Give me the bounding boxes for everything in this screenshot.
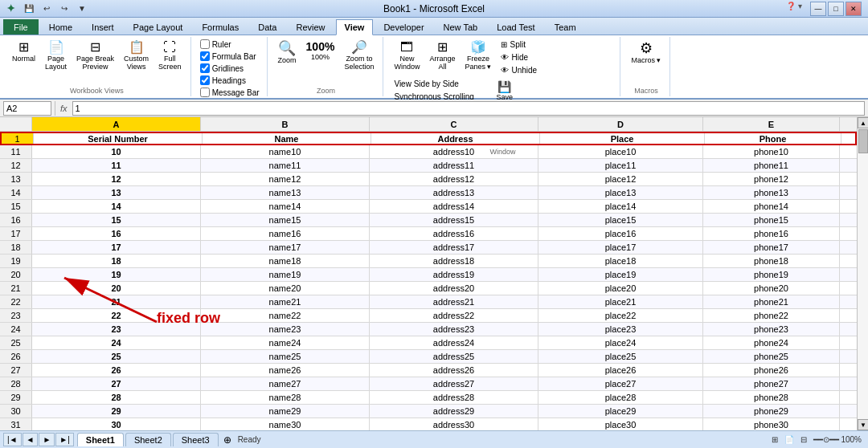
address-cell[interactable]: address22 [370, 309, 538, 322]
tab-load-test[interactable]: Load Test [488, 19, 544, 35]
sheet-last-btn[interactable]: ►| [55, 433, 74, 446]
address-cell[interactable]: address24 [370, 336, 538, 349]
tab-view[interactable]: View [336, 19, 374, 35]
place-cell[interactable]: place13 [538, 186, 703, 199]
phone-cell[interactable]: phone28 [703, 391, 840, 404]
tab-data[interactable]: Data [249, 19, 285, 35]
name-cell[interactable]: name17 [201, 241, 370, 254]
name-cell[interactable]: name14 [201, 200, 370, 213]
tab-file[interactable]: File [3, 19, 39, 35]
headings-checkbox[interactable] [200, 75, 210, 85]
zoom-slider[interactable]: ━━⊙━━ 100% [813, 435, 862, 444]
message-bar-checkbox[interactable] [200, 88, 210, 97]
gridlines-checkbox[interactable] [200, 63, 210, 73]
phone-cell[interactable]: phone18 [703, 255, 840, 267]
new-window-btn[interactable]: 🗔 NewWindow [390, 39, 424, 73]
scroll-thumb[interactable] [858, 129, 868, 153]
name-cell[interactable]: name11 [201, 159, 370, 172]
name-cell[interactable]: name23 [201, 323, 370, 336]
place-cell[interactable]: place12 [538, 173, 703, 185]
headings-check[interactable]: Headings [198, 75, 262, 86]
address-cell[interactable]: address30 [370, 418, 538, 430]
page-break-btn[interactable]: ⊟ Page BreakPreview [72, 39, 118, 73]
address-cell[interactable]: address19 [370, 268, 538, 281]
phone-cell[interactable]: phone24 [703, 336, 840, 349]
serial-number-cell[interactable]: 13 [32, 186, 201, 199]
col-header-a[interactable]: A [32, 117, 201, 131]
view-normal-icon[interactable]: ⊞ [772, 435, 778, 444]
name-cell[interactable]: name22 [201, 309, 370, 322]
phone-cell[interactable]: phone13 [703, 186, 840, 199]
formula-bar-checkbox[interactable] [200, 51, 210, 61]
address-cell[interactable]: address18 [370, 255, 538, 267]
dropdown-btn[interactable]: ▼ [75, 2, 89, 16]
address-cell[interactable]: address29 [370, 405, 538, 417]
zoom-100-btn[interactable]: 100% 100% [302, 39, 339, 63]
gridlines-check[interactable]: Gridlines [198, 63, 262, 74]
place-cell[interactable]: place24 [538, 336, 703, 349]
serial-number-cell[interactable]: 14 [32, 200, 201, 213]
tab-page-layout[interactable]: Page Layout [125, 19, 192, 35]
name-cell[interactable]: name18 [201, 255, 370, 267]
tab-team[interactable]: Team [546, 19, 585, 35]
close-btn[interactable]: ✕ [845, 2, 862, 16]
col-header-e[interactable]: E [703, 117, 840, 131]
address-cell[interactable]: address13 [370, 186, 538, 199]
split-btn[interactable]: ⊞Split [497, 39, 541, 51]
phone-cell[interactable]: phone12 [703, 173, 840, 185]
phone-cell[interactable]: phone26 [703, 364, 840, 377]
insert-sheet-btn[interactable]: ⊕ [223, 434, 231, 446]
tab-home[interactable]: Home [40, 19, 81, 35]
name-box[interactable]: A2 [3, 101, 51, 116]
address-cell[interactable]: address20 [370, 282, 538, 295]
address-cell[interactable]: address15 [370, 214, 538, 226]
header-name[interactable]: Name [203, 133, 371, 144]
view-break-icon[interactable]: ⊟ [800, 435, 807, 444]
address-cell[interactable]: address12 [370, 173, 538, 185]
hide-btn[interactable]: 👁Hide [497, 51, 541, 63]
name-cell[interactable]: name24 [201, 336, 370, 349]
view-layout-icon[interactable]: 📄 [784, 435, 794, 444]
sheet-tab-sheet3[interactable]: Sheet3 [173, 433, 219, 446]
phone-cell[interactable]: phone25 [703, 350, 840, 363]
serial-number-cell[interactable]: 23 [32, 323, 201, 336]
col-header-d[interactable]: D [538, 117, 703, 131]
phone-cell[interactable]: phone20 [703, 282, 840, 295]
redo-btn[interactable]: ↪ [57, 2, 72, 16]
save-btn[interactable]: 💾 [22, 2, 36, 16]
address-cell[interactable]: address10 [370, 145, 538, 158]
name-cell[interactable]: name26 [201, 364, 370, 377]
place-cell[interactable]: place16 [538, 227, 703, 240]
sheet-tab-sheet1[interactable]: Sheet1 [77, 433, 124, 446]
phone-cell[interactable]: phone30 [703, 418, 840, 430]
help-icon[interactable]: ❓ ▾ [786, 2, 802, 16]
address-cell[interactable]: address11 [370, 159, 538, 172]
serial-number-cell[interactable]: 21 [32, 295, 201, 308]
name-cell[interactable]: name19 [201, 268, 370, 281]
serial-number-cell[interactable]: 27 [32, 377, 201, 390]
unhide-btn[interactable]: 👁Unhide [497, 64, 541, 76]
place-cell[interactable]: place29 [538, 405, 703, 417]
serial-number-cell[interactable]: 10 [32, 145, 201, 158]
place-cell[interactable]: place21 [538, 295, 703, 308]
sheet-prev-btn[interactable]: ◄ [23, 433, 39, 446]
place-cell[interactable]: place20 [538, 282, 703, 295]
name-cell[interactable]: name16 [201, 227, 370, 240]
tab-developer[interactable]: Developer [375, 19, 432, 35]
tab-formulas[interactable]: Formulas [193, 19, 248, 35]
header-phone[interactable]: Phone [705, 133, 841, 144]
scroll-up-btn[interactable]: ▲ [858, 117, 868, 128]
address-cell[interactable]: address26 [370, 364, 538, 377]
name-cell[interactable]: name13 [201, 186, 370, 199]
address-cell[interactable]: address23 [370, 323, 538, 336]
formula-input[interactable]: 1 [72, 101, 865, 116]
view-side-by-side-btn[interactable]: View Side by Side [390, 78, 481, 90]
address-cell[interactable]: address27 [370, 377, 538, 390]
tab-insert[interactable]: Insert [83, 19, 123, 35]
name-cell[interactable]: name15 [201, 214, 370, 226]
freeze-panes-btn[interactable]: 🧊 FreezePanes ▾ [461, 39, 495, 73]
ruler-checkbox[interactable] [200, 39, 210, 49]
header-place[interactable]: Place [540, 133, 705, 144]
header-address[interactable]: Address [371, 133, 540, 144]
phone-cell[interactable]: phone15 [703, 214, 840, 226]
